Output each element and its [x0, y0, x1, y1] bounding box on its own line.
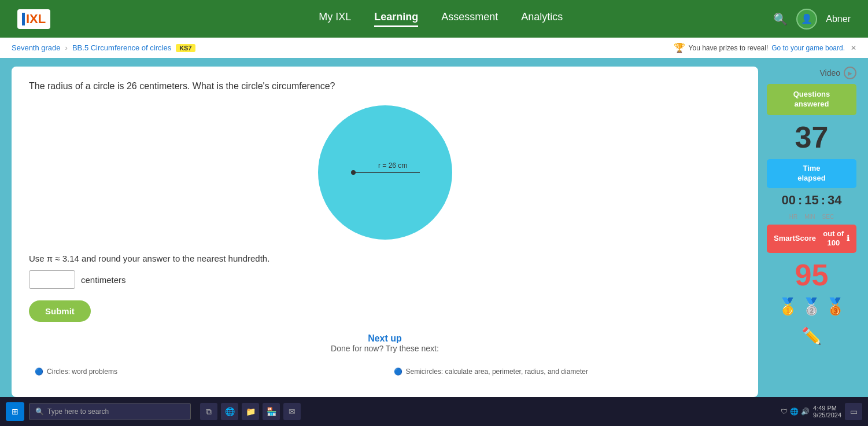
prize-close[interactable]: ✕	[851, 44, 856, 52]
taskbar-edge[interactable]: 🌐	[221, 403, 238, 420]
question-text: The radius of a circle is 26 centimeters…	[29, 81, 741, 91]
medals-row: 🥇 🥈 🥉	[767, 297, 856, 316]
next-cards: 🔵 Circles: word problems 🔵 Semicircles: …	[29, 362, 741, 381]
breadcrumb-skill[interactable]: BB.5 Circumference of circles	[72, 43, 171, 52]
next-card-2[interactable]: 🔵 Semicircles: calculate area, perimeter…	[388, 362, 741, 381]
qa-line2: answered	[795, 100, 829, 108]
prize-link[interactable]: Go to your game board.	[771, 44, 845, 52]
taskbar-icons: ⧉ 🌐 📁 🏪 ✉	[200, 403, 301, 420]
taskbar-right: 🛡 🌐 🔊 4:49 PM 9/25/2024 ▭	[781, 403, 862, 420]
right-panel: Video ▶ Questions answered 37 Time elaps…	[767, 67, 856, 397]
ss-line2: out of 100	[823, 229, 844, 249]
timer-display: 00 : 15 : 34	[767, 193, 856, 208]
timer-min: 15	[804, 193, 818, 208]
top-navigation: IXL My IXL Learning Assessment Analytics…	[0, 0, 868, 38]
medal-1: 🥇	[778, 297, 798, 316]
start-button[interactable]: ⊞	[6, 402, 24, 421]
taskbar-search-box[interactable]: 🔍 Type here to search	[29, 403, 191, 420]
taskbar: ⊞ 🔍 Type here to search ⧉ 🌐 📁 🏪 ✉ 🛡 🌐 🔊 …	[0, 397, 868, 426]
svg-text:r = 26 cm: r = 26 cm	[378, 161, 407, 170]
nav-my-ixl[interactable]: My IXL	[319, 11, 351, 27]
timer-sep1: :	[798, 193, 802, 208]
system-tray: 🛡 🌐 🔊	[781, 407, 810, 416]
use-pi-text: Use π ≈ 3.14 and round your answer to th…	[29, 254, 741, 263]
next-up-title: Next up	[29, 333, 741, 344]
taskbar-time: 4:49 PM	[813, 405, 841, 412]
smartscore-value: 95	[767, 258, 856, 292]
timer-label-sec: SEC	[822, 214, 834, 220]
timer-label-min: MIN	[804, 214, 815, 220]
taskbar-mail[interactable]: ✉	[283, 403, 301, 420]
nav-links: My IXL Learning Assessment Analytics	[131, 11, 750, 27]
pencil-icon[interactable]: ✏️	[767, 326, 856, 346]
video-play-icon[interactable]: ▶	[844, 67, 856, 79]
question-card: The radius of a circle is 26 centimeters…	[12, 67, 758, 397]
user-name[interactable]: Abner	[826, 14, 851, 24]
prize-notice: 🏆 You have prizes to reveal! Go to your …	[674, 42, 856, 53]
breadcrumb-bar: Seventh grade › BB.5 Circumference of ci…	[0, 38, 868, 58]
info-icon: ℹ	[847, 234, 849, 244]
answer-input[interactable]	[29, 270, 75, 289]
te-line2: elapsed	[797, 174, 825, 182]
breadcrumb-sep: ›	[65, 43, 68, 52]
nav-right: 🔍 👤 Abner	[773, 9, 851, 30]
logo[interactable]: IXL	[17, 9, 50, 29]
nav-analytics[interactable]: Analytics	[521, 11, 563, 27]
logo-text: IXL	[26, 12, 46, 27]
taskbar-explorer[interactable]: 📁	[242, 403, 259, 420]
qa-line1: Questions	[793, 90, 830, 98]
timer-hr: 00	[781, 193, 795, 208]
video-label: Video	[819, 68, 840, 78]
taskbar-show-desktop[interactable]: ▭	[845, 403, 862, 420]
time-elapsed-button[interactable]: Time elapsed	[767, 159, 856, 188]
taskbar-store[interactable]: 🏪	[263, 403, 280, 420]
taskbar-date: 9/25/2024	[813, 412, 841, 418]
logo-bar	[22, 13, 25, 25]
submit-button[interactable]: Submit	[29, 300, 91, 322]
timer-sep2: :	[821, 193, 825, 208]
tray-network: 🌐	[790, 407, 799, 416]
timer-labels: HR MIN SEC	[767, 214, 856, 220]
next-card-2-label: Semicircles: calculate area, perimeter, …	[406, 368, 588, 376]
next-card-1[interactable]: 🔵 Circles: word problems	[29, 362, 382, 381]
skill-badge: KS7	[176, 44, 195, 52]
main-content: The radius of a circle is 26 centimeters…	[0, 58, 868, 397]
tray-shield: 🛡	[781, 407, 788, 416]
next-card-2-icon: 🔵	[394, 368, 402, 376]
taskbar-search-placeholder: Type here to search	[47, 407, 109, 416]
questions-score: 37	[767, 120, 856, 155]
questions-answered-button[interactable]: Questions answered	[767, 84, 856, 115]
medal-2: 🥈	[801, 297, 822, 316]
nav-assessment[interactable]: Assessment	[441, 11, 498, 27]
video-row: Video ▶	[767, 67, 856, 79]
timer-sec: 34	[828, 193, 841, 208]
te-line1: Time	[803, 164, 820, 172]
prize-icon: 🏆	[674, 42, 685, 53]
ss-line1: SmartScore	[774, 234, 816, 244]
circle-diagram: r = 26 cm	[29, 103, 741, 242]
answer-unit: centimeters	[81, 275, 126, 285]
taskbar-task-view[interactable]: ⧉	[200, 403, 217, 420]
next-up-subtitle: Done for now? Try these next:	[29, 344, 741, 353]
timer-label-hr: HR	[789, 214, 797, 220]
avatar[interactable]: 👤	[796, 9, 817, 30]
circle-svg: r = 26 cm	[310, 103, 460, 242]
tray-volume: 🔊	[801, 407, 810, 416]
search-icon[interactable]: 🔍	[773, 12, 788, 26]
prize-text: You have prizes to reveal!	[689, 44, 769, 52]
answer-row: centimeters	[29, 270, 741, 289]
breadcrumb-grade[interactable]: Seventh grade	[12, 43, 61, 52]
taskbar-search-icon: 🔍	[35, 407, 44, 416]
next-card-1-label: Circles: word problems	[47, 368, 117, 376]
medal-3: 🥉	[825, 297, 845, 316]
nav-learning[interactable]: Learning	[374, 11, 418, 27]
next-card-1-icon: 🔵	[35, 368, 43, 376]
smartscore-button[interactable]: SmartScore out of 100 ℹ	[767, 225, 856, 254]
taskbar-clock: 4:49 PM 9/25/2024	[813, 405, 841, 418]
next-up-section: Next up Done for now? Try these next:	[29, 333, 741, 353]
